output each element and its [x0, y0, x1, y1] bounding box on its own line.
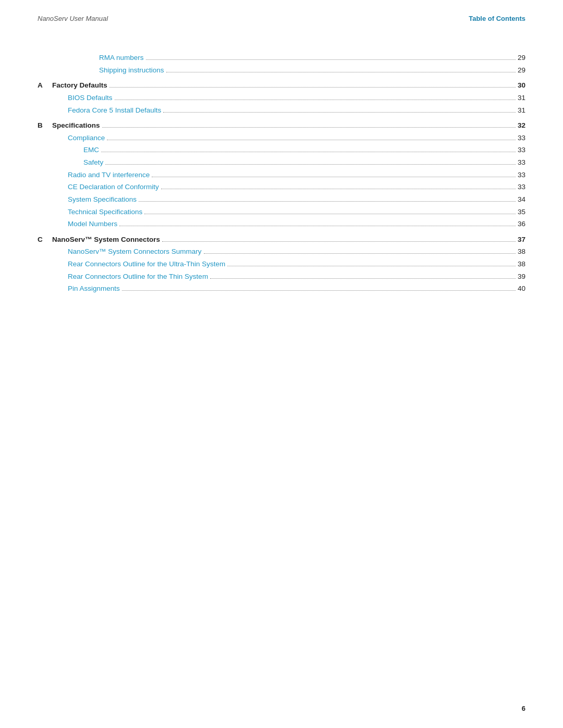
toc-leader-model-numbers: [119, 226, 516, 226]
toc-label-technical-specs[interactable]: Technical Specifications: [68, 206, 142, 218]
toc-page-ce-declaration: 33: [518, 181, 525, 193]
toc-leader-technical-specs: [144, 214, 516, 214]
toc-entry-fedora-install: Fedora Core 5 Install Defaults31: [38, 104, 525, 117]
toc-leader-bios-defaults: [115, 100, 516, 100]
toc-page-bios-defaults: 31: [518, 92, 525, 104]
toc-label-bios-defaults[interactable]: BIOS Defaults: [68, 92, 113, 104]
toc-entry-ce-declaration: CE Declaration of Conformity33: [38, 181, 525, 193]
toc-leader-radio-tv: [152, 177, 516, 177]
toc-entry-factory-defaults: AFactory Defaults30: [38, 79, 525, 92]
toc-label-specifications[interactable]: Specifications: [52, 119, 100, 132]
section-letter-c: C: [38, 233, 52, 246]
toc-leader-rear-connectors-thin: [210, 278, 516, 279]
toc-page-emc: 33: [518, 144, 525, 156]
toc-page-shipping-instructions: 29: [518, 64, 525, 77]
toc-page-specifications: 32: [518, 119, 525, 132]
section-title: Table of Contents: [469, 15, 525, 22]
toc-entry-emc: EMC33: [38, 144, 525, 156]
toc-entry-radio-tv: Radio and TV interference33: [38, 169, 525, 181]
toc-entry-safety: Safety33: [38, 156, 525, 169]
toc-leader-fedora-install: [163, 112, 516, 113]
toc-page-radio-tv: 33: [518, 169, 525, 181]
toc-page-pin-assignments: 40: [518, 282, 525, 295]
toc-entry-rear-connectors-ultra: Rear Connectors Outline for the Ultra-Th…: [38, 258, 525, 270]
page: NanoServ User Manual Table of Contents R…: [0, 0, 563, 728]
document-title: NanoServ User Manual: [38, 15, 108, 22]
toc-leader-pin-assignments: [122, 290, 516, 291]
toc-label-emc[interactable]: EMC: [83, 144, 99, 156]
section-letter-b: B: [38, 119, 52, 132]
toc-entry-connectors-summary: NanoServ™ System Connectors Summary38: [38, 245, 525, 258]
toc-leader-specifications: [102, 127, 516, 128]
toc-label-system-specs[interactable]: System Specifications: [68, 193, 137, 206]
toc-leader-safety: [105, 164, 516, 165]
toc-leader-rma-numbers: [146, 59, 516, 60]
toc-entry-rear-connectors-thin: Rear Connectors Outline for the Thin Sys…: [38, 270, 525, 283]
toc-label-model-numbers[interactable]: Model Numbers: [68, 218, 117, 230]
toc-entry-pin-assignments: Pin Assignments40: [38, 282, 525, 295]
toc-label-rma-numbers[interactable]: RMA numbers: [99, 52, 144, 64]
toc-label-compliance[interactable]: Compliance: [68, 132, 105, 144]
toc-page-compliance: 33: [518, 132, 525, 144]
page-number: 6: [522, 705, 525, 712]
page-header: NanoServ User Manual Table of Contents: [0, 0, 563, 31]
toc-leader-shipping-instructions: [166, 72, 516, 72]
toc-leader-compliance: [107, 140, 516, 140]
toc-entry-bios-defaults: BIOS Defaults31: [38, 92, 525, 104]
toc-page-safety: 33: [518, 156, 525, 169]
toc-page-connectors-summary: 38: [518, 245, 525, 258]
toc-leader-system-specs: [139, 201, 516, 202]
toc-page-system-specs: 34: [518, 193, 525, 206]
toc-page-fedora-install: 31: [518, 104, 525, 117]
toc-entry-shipping-instructions: Shipping instructions29: [38, 64, 525, 77]
toc-entry-model-numbers: Model Numbers36: [38, 218, 525, 230]
toc-leader-rear-connectors-ultra: [227, 266, 516, 266]
toc-label-connectors-summary[interactable]: NanoServ™ System Connectors Summary: [68, 245, 202, 258]
toc-content: RMA numbers29Shipping instructions29AFac…: [0, 31, 563, 326]
toc-entry-compliance: Compliance33: [38, 132, 525, 144]
toc-leader-connectors-summary: [204, 253, 516, 254]
page-footer: 6: [522, 705, 525, 712]
toc-label-shipping-instructions[interactable]: Shipping instructions: [99, 64, 164, 77]
toc-leader-ce-declaration: [161, 189, 516, 189]
toc-page-model-numbers: 36: [518, 218, 525, 230]
toc-page-factory-defaults: 30: [518, 79, 525, 92]
toc-label-rear-connectors-ultra[interactable]: Rear Connectors Outline for the Ultra-Th…: [68, 258, 225, 270]
toc-label-pin-assignments[interactable]: Pin Assignments: [68, 282, 120, 295]
toc-label-system-connectors[interactable]: NanoServ™ System Connectors: [52, 233, 160, 246]
toc-leader-factory-defaults: [109, 87, 516, 88]
toc-leader-system-connectors: [162, 241, 516, 242]
toc-page-rear-connectors-thin: 39: [518, 270, 525, 283]
toc-page-technical-specs: 35: [518, 206, 525, 218]
toc-label-factory-defaults[interactable]: Factory Defaults: [52, 79, 107, 92]
toc-leader-emc: [101, 152, 516, 152]
toc-label-radio-tv[interactable]: Radio and TV interference: [68, 169, 150, 181]
toc-entry-technical-specs: Technical Specifications35: [38, 206, 525, 218]
toc-entry-system-connectors: CNanoServ™ System Connectors37: [38, 233, 525, 246]
toc-label-ce-declaration[interactable]: CE Declaration of Conformity: [68, 181, 159, 193]
toc-entry-system-specs: System Specifications34: [38, 193, 525, 206]
toc-label-rear-connectors-thin[interactable]: Rear Connectors Outline for the Thin Sys…: [68, 270, 208, 283]
toc-label-fedora-install[interactable]: Fedora Core 5 Install Defaults: [68, 104, 161, 117]
toc-page-rma-numbers: 29: [518, 52, 525, 64]
toc-entry-specifications: BSpecifications32: [38, 119, 525, 132]
toc-page-system-connectors: 37: [518, 233, 525, 246]
section-letter-a: A: [38, 79, 52, 92]
toc-entry-rma-numbers: RMA numbers29: [38, 52, 525, 64]
toc-label-safety[interactable]: Safety: [83, 156, 103, 169]
toc-page-rear-connectors-ultra: 38: [518, 258, 525, 270]
